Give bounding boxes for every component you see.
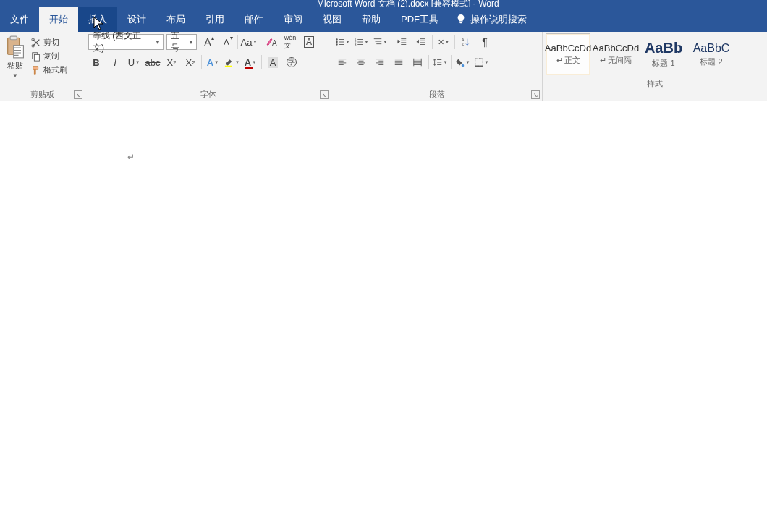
tab-insert[interactable]: 插入 <box>78 7 117 32</box>
phonetic-guide-button[interactable]: wén文 <box>282 34 298 50</box>
asian-layout-button[interactable]: ✕▼ <box>436 34 452 50</box>
style-preview: AaBbCcDd <box>545 43 591 54</box>
highlighter-icon <box>224 56 234 68</box>
bullet-list-icon <box>335 37 345 47</box>
style-no-spacing[interactable]: AaBbCcDd ↵无间隔 <box>593 33 638 75</box>
font-color-button[interactable]: A▼ <box>242 54 258 70</box>
character-border-button[interactable]: A <box>301 34 317 50</box>
copy-label: 复制 <box>43 51 59 62</box>
borders-button[interactable]: ▼ <box>473 54 489 70</box>
style-name: 无间隔 <box>608 55 632 66</box>
align-center-button[interactable] <box>353 54 369 70</box>
tab-design[interactable]: 设计 <box>117 7 156 32</box>
document-area[interactable]: ↵ <box>0 101 767 532</box>
tell-me-search[interactable]: 操作说明搜索 <box>456 7 527 32</box>
bold-button[interactable]: B <box>88 54 104 70</box>
justify-button[interactable] <box>391 54 407 70</box>
tab-pdf-tools[interactable]: PDF工具 <box>391 7 449 32</box>
text-effects-button[interactable]: A▼ <box>205 54 221 70</box>
tab-home[interactable]: 开始 <box>39 7 78 32</box>
style-heading-2[interactable]: AaBbC 标题 2 <box>689 33 734 75</box>
paragraph-mark-icon: ↵ <box>127 152 135 162</box>
tab-mailings[interactable]: 邮件 <box>234 7 274 32</box>
eraser-a-icon: A <box>266 36 277 48</box>
cut-button[interactable]: 剪切 <box>30 36 69 48</box>
align-center-icon <box>356 57 366 67</box>
align-right-icon <box>375 57 385 67</box>
document-page[interactable]: ↵ <box>58 109 709 532</box>
style-normal[interactable]: AaBbCcDd ↵正文 <box>546 33 590 75</box>
distributed-button[interactable] <box>410 54 425 70</box>
font-group-label: 字体 <box>200 89 216 100</box>
tab-layout[interactable]: 布局 <box>156 7 195 32</box>
outdent-icon <box>397 37 407 47</box>
font-size-combo[interactable]: 五号 ▼ <box>166 34 197 50</box>
sort-button[interactable]: AZ <box>458 34 474 50</box>
font-name-combo[interactable]: 等线 (西文正文) ▼ <box>88 34 164 50</box>
tab-review[interactable]: 审阅 <box>274 7 313 32</box>
align-right-button[interactable] <box>372 54 388 70</box>
show-hide-marks-button[interactable]: ¶ <box>477 34 493 50</box>
align-left-icon <box>337 57 347 67</box>
style-name: 标题 2 <box>700 56 722 67</box>
indent-icon <box>416 37 426 47</box>
underline-button[interactable]: U▼ <box>126 54 142 70</box>
number-list-icon: 123 <box>354 37 364 47</box>
line-spacing-button[interactable]: ▼ <box>432 54 448 70</box>
svg-rect-2 <box>14 46 24 58</box>
character-shading-button[interactable]: A <box>265 54 281 70</box>
paste-button[interactable]: 粘贴 ▼ <box>3 34 27 79</box>
strikethrough-button[interactable]: abc <box>145 54 161 70</box>
italic-button[interactable]: I <box>107 54 123 70</box>
grow-font-button[interactable]: A▴ <box>200 34 216 50</box>
style-heading-1[interactable]: AaBb 标题 1 <box>641 33 686 75</box>
line-spacing-icon <box>433 57 443 67</box>
sort-icon: AZ <box>461 37 471 47</box>
ribbon-home: 粘贴 ▼ 剪切 复制 格式刷 剪贴板 ↘ <box>0 32 767 101</box>
style-preview: AaBbCcDd <box>593 43 639 54</box>
format-painter-button[interactable]: 格式刷 <box>30 64 69 76</box>
styles-gallery: AaBbCcDd ↵正文 AaBbCcDd ↵无间隔 AaBb 标题 1 AaB… <box>543 32 767 77</box>
chevron-down-icon: ▼ <box>12 72 18 79</box>
decrease-indent-button[interactable] <box>394 34 410 50</box>
paint-bucket-icon <box>455 57 465 67</box>
align-left-button[interactable] <box>334 54 350 70</box>
svg-rect-1 <box>10 36 17 40</box>
ribbon-tabs: 文件 开始 插入 设计 布局 引用 邮件 审阅 视图 帮助 PDF工具 操作说明… <box>0 7 767 32</box>
enclose-characters-button[interactable]: 字 <box>284 54 300 70</box>
svg-rect-17 <box>475 59 483 67</box>
paintbrush-icon <box>31 65 41 75</box>
scissors-icon <box>31 38 41 48</box>
font-name-value: 等线 (西文正文) <box>93 30 152 54</box>
lightbulb-icon <box>456 14 466 26</box>
title-bar: Microsoft Word 文档 (2).docx [兼容模式] - Word <box>0 0 767 7</box>
tab-help[interactable]: 帮助 <box>352 7 391 32</box>
shading-button[interactable]: ▼ <box>454 54 470 70</box>
distributed-icon <box>412 57 423 67</box>
copy-button[interactable]: 复制 <box>30 50 69 62</box>
font-launcher[interactable]: ↘ <box>320 90 329 99</box>
multilevel-list-button[interactable]: ▼ <box>372 34 388 50</box>
paragraph-launcher[interactable]: ↘ <box>531 90 540 99</box>
shrink-font-button[interactable]: A▾ <box>219 34 234 50</box>
highlight-button[interactable]: ▼ <box>224 54 240 70</box>
tell-me-label: 操作说明搜索 <box>470 13 527 26</box>
svg-point-9 <box>336 38 337 40</box>
styles-group-label: 样式 <box>647 78 663 89</box>
svg-point-11 <box>336 43 337 45</box>
copy-icon <box>31 51 41 62</box>
clipboard-launcher[interactable]: ↘ <box>74 90 82 99</box>
tab-references[interactable]: 引用 <box>195 7 234 32</box>
svg-text:A: A <box>462 38 465 42</box>
numbering-button[interactable]: 123▼ <box>353 34 369 50</box>
increase-indent-button[interactable] <box>413 34 429 50</box>
subscript-button[interactable]: X2 <box>164 54 179 70</box>
tab-view[interactable]: 视图 <box>313 7 352 32</box>
clear-formatting-button[interactable]: A <box>263 34 279 50</box>
paste-label: 粘贴 <box>7 60 23 71</box>
superscript-button[interactable]: X2 <box>182 54 198 70</box>
bullets-button[interactable]: ▼ <box>334 34 350 50</box>
tab-file[interactable]: 文件 <box>0 7 39 32</box>
cut-label: 剪切 <box>43 37 59 48</box>
change-case-button[interactable]: Aa▼ <box>241 34 257 50</box>
